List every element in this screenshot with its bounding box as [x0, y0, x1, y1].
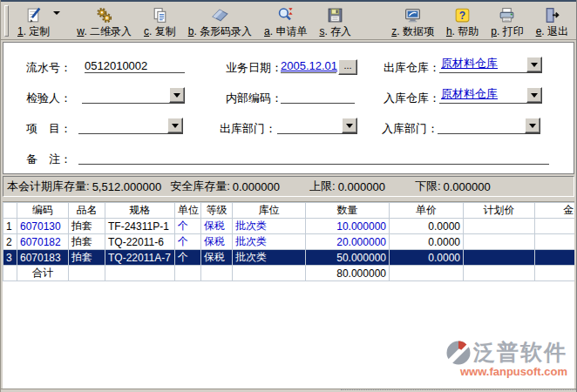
gears-icon — [95, 6, 113, 25]
in-dept-dropdown-button[interactable] — [525, 118, 540, 133]
out-warehouse-dropdown-button[interactable] — [526, 57, 542, 72]
exit-button[interactable]: e. 退出 — [533, 3, 571, 38]
inspector-label: 检验人： — [26, 91, 71, 106]
inspector-combo[interactable] — [82, 88, 185, 104]
help-button-label: h. 帮助 — [446, 25, 479, 37]
cell-qty: 50.000000 — [306, 250, 390, 266]
customize-dropdown-arrow-icon[interactable] — [53, 11, 60, 15]
items-grid-panel: 编码 品名 规格 单位 等级 库位 数量 单价 计划价 金额 1 6070130… — [3, 201, 574, 389]
copy-button-label: c. 复制 — [144, 25, 176, 37]
in-dept-combo[interactable] — [438, 118, 540, 134]
toolbar: 1. 定制 w. 二维录入 c. 复制 b. 条形码录入 — [1, 2, 576, 40]
2d-entry-button[interactable]: w. 二维录入 — [74, 3, 134, 38]
col-header-price: 单价 — [390, 203, 464, 219]
biz-date-label: 业务日期： — [226, 60, 282, 76]
customize-button-label: 1. 定制 — [17, 25, 50, 37]
copy-icon — [151, 6, 169, 25]
in-warehouse-combo[interactable]: 原材料仓库 — [439, 88, 542, 104]
fanpu-logo-icon — [445, 340, 472, 366]
cell-name: 拍套 — [69, 219, 105, 234]
floppy-disk-icon — [326, 6, 344, 25]
window-bottom-dotted-edge — [341, 389, 576, 390]
upper-limit-label: 上限: — [309, 179, 336, 194]
table-header-row: 编码 品名 规格 单位 等级 库位 数量 单价 计划价 金额 — [3, 203, 575, 219]
safe-stock-value: 0.000000 — [233, 180, 280, 193]
cell-unit: 个 — [175, 219, 201, 234]
data-items-button-label: z. 数据项 — [391, 25, 434, 37]
cell-rownum — [3, 266, 17, 281]
cell-amount — [535, 234, 575, 250]
request-form-button[interactable]: a. 申请单 — [261, 3, 309, 38]
cell-location: 批次类 — [233, 234, 306, 250]
data-items-button[interactable]: z. 数据项 — [389, 3, 437, 38]
col-header-spec: 规格 — [105, 203, 175, 219]
out-warehouse-combo[interactable]: 原材料仓库 — [439, 57, 542, 73]
vendor-url: www.fanpusoft.com — [445, 365, 567, 378]
cell-amount — [535, 250, 575, 266]
cell-rownum: 2 — [3, 234, 17, 250]
col-header-code: 编码 — [17, 203, 69, 219]
copy-button[interactable]: c. 复制 — [141, 3, 179, 38]
printer-icon — [498, 6, 516, 25]
biz-date-browse-button[interactable]: ... — [338, 59, 357, 75]
exit-button-label: e. 退出 — [536, 25, 568, 37]
inspector-dropdown-button[interactable] — [169, 87, 185, 103]
biz-date-field[interactable]: 2005.12.01 — [281, 58, 336, 73]
print-button-label: p. 打印 — [491, 25, 523, 37]
cell-price: 0.0000 — [390, 250, 464, 266]
in-warehouse-dropdown-button[interactable] — [526, 87, 542, 103]
serial-label: 流水号： — [26, 60, 71, 76]
document-header-form: 流水号： 0512010002 业务日期： 2005.12.01 ... 出库仓… — [3, 42, 574, 174]
print-button[interactable]: p. 打印 — [488, 3, 526, 38]
table-row[interactable]: 2 6070182 拍套 TQ-22011-6 个 保税 批次类 20.0000… — [3, 234, 575, 250]
barcode-entry-button-label: b. 条形码录入 — [188, 25, 252, 37]
serial-field[interactable]: 0512010002 — [85, 58, 185, 73]
total-label: 合计 — [17, 266, 69, 281]
table-row[interactable]: 1 6070130 拍套 TF-24311P-1 个 保税 批次类 10.000… — [3, 219, 575, 234]
col-header-qty: 数量 — [306, 203, 390, 219]
cell-plan-price — [464, 219, 535, 234]
col-header-name: 品名 — [69, 203, 105, 219]
table-total-row: 合计 80.000000 — [3, 266, 575, 281]
save-button-label: s. 存入 — [319, 25, 351, 37]
cell-spec: TQ-22011A-7 — [105, 250, 175, 266]
cell-qty: 20.000000 — [306, 234, 390, 250]
out-dept-combo[interactable] — [277, 118, 357, 134]
table-row-selected[interactable]: 3 6070183 拍套 TQ-22011A-7 个 保税 批次类 50.000… — [3, 250, 575, 266]
magnifier-refresh-icon — [276, 6, 295, 25]
barcode-tag-icon — [211, 6, 229, 25]
customize-button[interactable]: 1. 定制 — [15, 3, 52, 38]
barcode-entry-button[interactable]: b. 条形码录入 — [186, 3, 255, 38]
cell-location: 批次类 — [233, 250, 306, 266]
exit-door-icon — [543, 6, 561, 25]
cell-rownum: 3 — [3, 250, 17, 266]
stock-status-bar: 本会计期库存量:5,512.000000 安全库存量:0.000000 上限:0… — [3, 176, 574, 197]
cell-plan-price — [464, 234, 535, 250]
cell-unit: 个 — [175, 234, 201, 250]
cell-amount — [535, 219, 575, 234]
col-header-grade: 等级 — [201, 203, 233, 219]
project-combo[interactable] — [78, 118, 183, 134]
total-qty: 80.000000 — [306, 266, 390, 281]
in-warehouse-value: 原材料仓库 — [441, 86, 498, 102]
remark-field[interactable] — [78, 150, 549, 165]
cell-grade: 保税 — [201, 250, 233, 266]
internal-code-field[interactable] — [281, 89, 355, 104]
cell-grade: 保税 — [201, 234, 233, 250]
monitor-icon — [404, 6, 422, 25]
remark-label: 备 注： — [26, 152, 71, 167]
customize-icon — [24, 6, 43, 25]
out-warehouse-value: 原材料仓库 — [441, 56, 498, 71]
toolbar-grip[interactable] — [4, 5, 9, 37]
project-dropdown-button[interactable] — [167, 118, 183, 133]
save-button[interactable]: s. 存入 — [316, 3, 354, 38]
vendor-branding: 泛普软件 www.fanpusoft.com — [445, 338, 567, 378]
out-warehouse-label: 出库仓库： — [384, 60, 440, 76]
cell-grade: 保税 — [201, 219, 233, 234]
help-button[interactable]: ? h. 帮助 — [444, 3, 481, 38]
cell-unit: 个 — [175, 250, 201, 266]
col-header-unit: 单位 — [175, 203, 201, 219]
period-stock-value: 5,512.000000 — [92, 180, 162, 193]
out-dept-dropdown-button[interactable] — [342, 118, 357, 133]
cell-code: 6070182 — [17, 234, 69, 250]
